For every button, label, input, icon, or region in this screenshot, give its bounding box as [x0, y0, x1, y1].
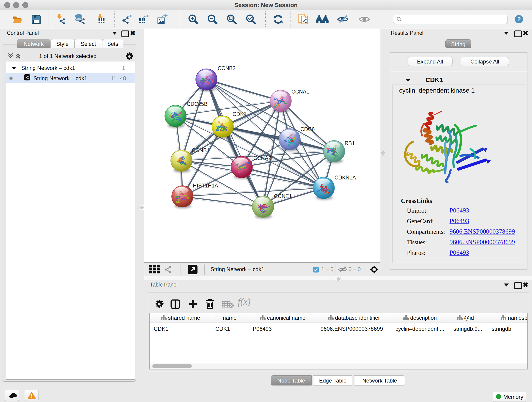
svg-text:CDC6: CDC6: [300, 126, 315, 132]
svg-text:CCNA2: CCNA2: [253, 155, 271, 161]
svg-text:CDKN1A: CDKN1A: [335, 175, 356, 181]
svg-text:HIST1H1A: HIST1H1A: [193, 183, 218, 189]
svg-text:CDK1: CDK1: [233, 111, 247, 117]
svg-text:?: ?: [517, 16, 521, 23]
svg-text:CCNA1: CCNA1: [291, 89, 309, 95]
svg-text:CDC25B: CDC25B: [187, 101, 208, 107]
svg-text:CCNB1: CCNB1: [192, 147, 210, 153]
svg-text:CCNE1: CCNE1: [274, 193, 292, 199]
svg-text:CCNB2: CCNB2: [218, 65, 235, 71]
svg-text:RB1: RB1: [345, 140, 355, 146]
